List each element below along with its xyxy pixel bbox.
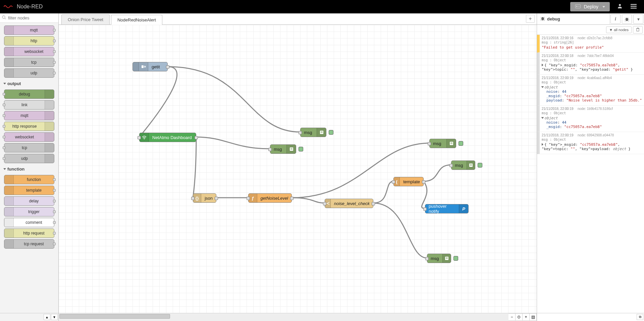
inject-button-icon[interactable] [133, 62, 139, 71]
chevron-down-icon [602, 6, 605, 8]
palette-node-tcp-request[interactable]: tcp request [4, 239, 54, 249]
sidebar-info-button[interactable]: i [610, 14, 621, 24]
debug-node-id[interactable]: node: 1b9b4178.5186cf [578, 107, 613, 111]
input-port[interactable] [138, 136, 141, 139]
status-indicator[interactable] [453, 256, 458, 261]
debug-node-id[interactable]: node: d2e2c7ac.2cfdb8 [578, 36, 612, 40]
palette-node-websocket[interactable]: websocket [4, 47, 54, 56]
node-debug-2[interactable]: msg [270, 144, 296, 154]
deploy-button[interactable]: Deploy [570, 2, 610, 11]
svg-rect-20 [470, 165, 472, 166]
tab-noise-alert[interactable]: NodeRedNoiseAlert [111, 15, 162, 25]
node-inject-getit[interactable]: getit [132, 62, 168, 71]
node-debug-3[interactable]: msg [429, 139, 456, 148]
output-port[interactable] [195, 136, 198, 139]
node-debug-5[interactable]: msg [427, 254, 451, 263]
debug-clear-button[interactable] [633, 26, 643, 34]
debug-node-id[interactable]: node: 69942908.e04478 [578, 133, 614, 137]
palette-node-debug[interactable]: debug [4, 89, 54, 99]
debug-message[interactable]: 21/11/2018, 22:00:18 node: 7ddc7be7.48bb… [537, 53, 644, 75]
palette-node-comment[interactable]: comment [4, 218, 54, 227]
palette-scroll[interactable]: mqtthttpwebsockettcpudp output debuglink… [0, 23, 58, 313]
palette-node-mqtt[interactable]: mqtt [4, 111, 54, 120]
debug-message[interactable]: 21/11/2018, 22:00:19 node: 1b9b4178.5186… [537, 106, 644, 132]
palette-node-http-request[interactable]: http request [4, 229, 54, 238]
debug-payload[interactable]: { "key">_msgid: "cc75057a.ea7eb8", "key"… [542, 63, 642, 72]
palette-node-link[interactable]: link [4, 100, 54, 110]
debug-node-id[interactable]: node: 4cab6aa1.aff4b4 [578, 76, 612, 80]
palette-node-tcp[interactable]: tcp [4, 58, 54, 67]
menu-icon[interactable] [627, 1, 641, 13]
user-icon[interactable] [613, 1, 627, 13]
node-template[interactable]: { template [393, 177, 424, 186]
input-port[interactable] [423, 207, 427, 211]
palette-category-function[interactable]: function [0, 165, 58, 174]
zoom-reset-button[interactable]: ⊙ [515, 313, 523, 321]
output-port[interactable] [166, 65, 169, 69]
sidebar-popout-button[interactable]: ⧉ [637, 314, 643, 320]
debug-node-id[interactable]: node: 7ddc7be7.48bb04 [578, 54, 614, 58]
palette-node-delay[interactable]: delay [4, 196, 54, 206]
input-port[interactable] [323, 202, 326, 205]
palette-node-http[interactable]: http [4, 36, 54, 46]
debug-message[interactable]: 21/11/2018, 22:00:19 node: 69942908.e044… [537, 132, 644, 154]
sidebar-tab-debug[interactable]: debug [537, 14, 610, 24]
input-port[interactable] [449, 164, 453, 167]
input-port[interactable] [191, 197, 195, 200]
port [53, 243, 56, 245]
debug-topic: msg : string[26] [542, 41, 642, 44]
debug-payload[interactable]: { "key">_msgid: "cc75057a.ea7eb8", "key"… [542, 142, 642, 151]
input-port[interactable] [392, 180, 395, 184]
palette-node-template[interactable]: template [4, 186, 54, 195]
palette-node-websocket[interactable]: websocket [4, 132, 54, 142]
input-port[interactable] [247, 197, 250, 200]
node-type-icon [45, 154, 54, 163]
node-json[interactable]: {} json [193, 193, 216, 203]
palette-node-trigger[interactable]: trigger [4, 207, 54, 216]
zoom-out-button[interactable]: − [508, 313, 516, 321]
palette-node-tcp[interactable]: tcp [4, 143, 54, 152]
debug-filter-button[interactable]: ▼ all nodes [606, 26, 632, 33]
status-indicator[interactable] [329, 130, 333, 135]
palette-node-udp[interactable]: udp [4, 154, 54, 163]
output-port[interactable] [215, 197, 218, 200]
debug-payload[interactable]: objectnoise: 44_msgid: "cc75057a.ea7eb8" [542, 116, 642, 129]
node-debug-4[interactable]: msg [451, 160, 475, 170]
svg-rect-14 [290, 149, 292, 150]
debug-message[interactable]: 21/11/2018, 22:00:19 node: 4cab6aa1.aff4… [537, 75, 644, 106]
filter-input[interactable] [7, 15, 56, 20]
palette-category-output[interactable]: output [0, 79, 58, 88]
zoom-in-button[interactable]: + [522, 313, 530, 321]
output-port[interactable] [422, 180, 425, 184]
node-netatmo[interactable]: NetAtmo Dashboard [139, 133, 196, 142]
node-noisecheck[interactable]: noise_level_check [325, 199, 373, 208]
input-port[interactable] [268, 148, 272, 151]
status-indicator[interactable] [459, 141, 463, 146]
status-indicator[interactable] [299, 147, 303, 151]
input-port[interactable] [299, 131, 302, 134]
tab-add-button[interactable]: + [526, 15, 535, 23]
canvas[interactable]: getit NetAtmo Dashboard msg msg [59, 25, 537, 313]
palette-node-function[interactable]: function [4, 175, 54, 184]
debug-messages[interactable]: 21/11/2018, 22:00:16 node: d2e2c7ac.2cfd… [537, 35, 644, 313]
debug-payload[interactable]: objectnoise: 44_msgid: "cc75057a.ea7eb8"… [542, 85, 642, 103]
output-port[interactable] [290, 197, 293, 200]
horizontal-scrollbar[interactable] [59, 313, 508, 321]
output-port[interactable] [372, 202, 375, 205]
palette-node-http-response[interactable]: http response [4, 122, 54, 131]
palette-collapse-button[interactable]: ▲ [44, 314, 50, 320]
tab-onion-price[interactable]: Onion Price Tweet [61, 14, 110, 24]
navigator-button[interactable]: ▤ [529, 313, 537, 321]
debug-message[interactable]: 21/11/2018, 22:00:16 node: d2e2c7ac.2cfd… [537, 35, 644, 53]
node-pushover[interactable]: pushover notify P [425, 204, 469, 213]
sidebar-menu-button[interactable]: ▾ [633, 14, 643, 24]
palette-node-udp[interactable]: udp [4, 68, 54, 78]
status-indicator[interactable] [478, 163, 482, 168]
node-getnoise[interactable]: ƒ getNoiseLevel [248, 193, 292, 203]
input-port[interactable] [425, 257, 429, 260]
palette-node-mqtt[interactable]: mqtt [4, 25, 54, 35]
input-port[interactable] [428, 142, 431, 145]
sidebar-debug-button[interactable] [622, 14, 632, 24]
node-debug-1[interactable]: msg [300, 128, 326, 137]
palette-expand-button[interactable]: ▼ [51, 314, 58, 320]
